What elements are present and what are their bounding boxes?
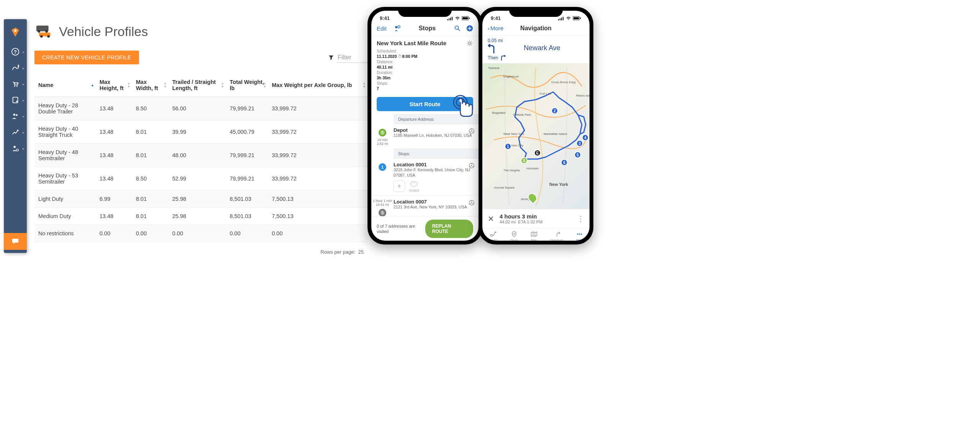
stop-1[interactable]: 1 Location 0001 3215 John F. Kennedy Blv… bbox=[371, 159, 479, 195]
filter-input[interactable] bbox=[337, 53, 368, 63]
screen-title: Navigation bbox=[520, 25, 552, 32]
table-row[interactable]: No restrictions0.000.000.000.000.00 bbox=[34, 225, 368, 242]
svg-point-7 bbox=[13, 114, 16, 116]
replan-route-button[interactable]: REPLAN ROUTE bbox=[425, 220, 473, 238]
svg-point-9 bbox=[13, 146, 16, 148]
col-length[interactable]: Trailed / Straight Length, ft▲▼ bbox=[168, 74, 226, 97]
sidebar-account[interactable] bbox=[4, 140, 27, 156]
svg-point-32 bbox=[456, 98, 464, 106]
table-row[interactable]: Medium Duty13.488.0125.988,501.037,500.1… bbox=[34, 208, 368, 225]
svg-point-37 bbox=[471, 165, 472, 166]
col-height[interactable]: Max Height, ft▲▼ bbox=[96, 74, 132, 97]
svg-point-30 bbox=[469, 42, 470, 44]
svg-rect-19 bbox=[450, 18, 451, 20]
svg-point-6 bbox=[16, 101, 18, 102]
col-name[interactable]: Name▲ bbox=[34, 74, 96, 97]
svg-point-16 bbox=[45, 30, 48, 33]
table-row[interactable]: Heavy Duty - 28 Double Trailer13.488.505… bbox=[34, 97, 368, 120]
svg-rect-45 bbox=[558, 19, 559, 20]
vehicle-icon bbox=[34, 23, 54, 40]
main-content: Vehicle Profiles CREATE NEW VEHICLE PROF… bbox=[34, 23, 368, 255]
stops-section: Stops: bbox=[394, 149, 479, 159]
trip-duration: 4 hours 3 min bbox=[500, 213, 542, 220]
navigation-map[interactable]: Teaneck Englewood Fort Lee Ridgefield Cl… bbox=[482, 63, 590, 209]
filter-icon bbox=[328, 55, 334, 60]
svg-rect-20 bbox=[452, 17, 452, 20]
sidebar: ? bbox=[4, 19, 27, 253]
sidebar-orders[interactable] bbox=[4, 76, 27, 92]
svg-line-28 bbox=[458, 29, 460, 31]
search-icon[interactable] bbox=[454, 25, 461, 32]
svg-rect-23 bbox=[462, 17, 468, 19]
gear-icon[interactable] bbox=[466, 40, 473, 48]
svg-point-27 bbox=[455, 26, 459, 30]
steering-wheel-icon[interactable] bbox=[469, 200, 475, 207]
stop-2[interactable]: 1 hour 1 min 19.81 mi S Location 0007 21… bbox=[371, 195, 479, 216]
sidebar-routes[interactable] bbox=[4, 60, 27, 76]
svg-point-0 bbox=[14, 30, 16, 32]
add-note-button[interactable]: + bbox=[394, 181, 405, 192]
svg-rect-18 bbox=[449, 18, 449, 20]
steering-wheel-icon[interactable] bbox=[469, 128, 475, 135]
svg-rect-52 bbox=[580, 18, 581, 19]
svg-point-3 bbox=[14, 86, 15, 87]
phone-stops: 9:41 Edit Stops New York Last Mile Ro bbox=[368, 7, 482, 244]
svg-point-39 bbox=[471, 202, 472, 203]
filter-box bbox=[328, 53, 368, 63]
create-vehicle-profile-button[interactable]: CREATE NEW VEHICLE PROFILE bbox=[34, 51, 139, 64]
table-row[interactable]: Heavy Duty - 48 Semitrailer13.488.0148.0… bbox=[34, 144, 368, 167]
svg-text:?: ? bbox=[14, 49, 17, 55]
svg-point-53 bbox=[490, 235, 492, 236]
direction-panel: 0.05 mi Newark Ave Then bbox=[482, 36, 590, 63]
svg-point-35 bbox=[410, 182, 417, 187]
sidebar-team[interactable] bbox=[4, 108, 27, 124]
back-button[interactable]: ‹ More bbox=[488, 25, 503, 31]
col-total-weight[interactable]: Total Weight, lb▲▼ bbox=[226, 74, 268, 97]
svg-point-26 bbox=[398, 26, 400, 28]
nav-more[interactable]: More bbox=[576, 231, 583, 241]
bottom-nav: Routes Stops Map Directions More bbox=[482, 228, 590, 241]
svg-point-34 bbox=[471, 130, 472, 131]
table-row[interactable]: Light Duty6.998.0125.988,501.037,500.13 bbox=[34, 190, 368, 208]
svg-point-21 bbox=[457, 19, 458, 20]
stop-depot[interactable]: S 19 min 2.52 mi Depot 1185 Maxwell Ln, … bbox=[371, 124, 479, 149]
wifi-icon bbox=[566, 16, 571, 20]
svg-point-31 bbox=[454, 95, 467, 109]
svg-point-15 bbox=[38, 30, 40, 33]
start-route-button[interactable]: Start Route bbox=[377, 97, 473, 111]
edit-button[interactable]: Edit bbox=[377, 25, 387, 32]
svg-rect-24 bbox=[469, 18, 470, 19]
table-row[interactable]: Heavy Duty - 53 Semitrailer13.488.5052.9… bbox=[34, 167, 368, 190]
sidebar-help[interactable]: ? bbox=[4, 44, 27, 60]
wifi-icon bbox=[455, 16, 460, 20]
table-row[interactable]: Heavy Duty - 40 Straight Truck13.488.013… bbox=[34, 120, 368, 144]
nav-directions[interactable]: Directions bbox=[550, 231, 564, 241]
page-title: Vehicle Profiles bbox=[59, 24, 148, 39]
sidebar-addressbook[interactable] bbox=[4, 92, 27, 108]
svg-point-54 bbox=[495, 231, 496, 233]
nav-routes[interactable]: Routes bbox=[488, 231, 498, 241]
battery-icon bbox=[573, 16, 581, 20]
steering-wheel-icon[interactable] bbox=[469, 162, 475, 170]
address-count: 0 of 7 addresses are visited bbox=[377, 223, 425, 235]
person-pin-icon[interactable] bbox=[394, 25, 400, 32]
battery-icon bbox=[462, 16, 470, 20]
svg-point-10 bbox=[16, 149, 19, 151]
table-footer: Rows per page: 25 bbox=[34, 249, 368, 255]
col-width[interactable]: Max Width, ft▲▼ bbox=[132, 74, 168, 97]
sidebar-analytics[interactable] bbox=[4, 124, 27, 140]
svg-point-13 bbox=[40, 35, 43, 38]
departure-section: Departure Address: bbox=[394, 114, 479, 124]
nav-stops[interactable]: Stops bbox=[510, 231, 518, 241]
add-icon[interactable] bbox=[466, 25, 473, 32]
svg-rect-17 bbox=[447, 19, 448, 20]
signal-icon bbox=[447, 16, 453, 20]
turn-right-icon bbox=[500, 55, 506, 61]
turn-left-icon bbox=[488, 43, 496, 54]
more-button[interactable]: ⋮ bbox=[577, 215, 584, 223]
nav-map[interactable]: Map bbox=[530, 231, 538, 241]
close-button[interactable]: ✕ bbox=[488, 214, 494, 223]
col-axle-weight[interactable]: Max Weight per Axle Group, lb▲▼ bbox=[268, 74, 368, 97]
sidebar-chat[interactable] bbox=[4, 233, 27, 250]
svg-point-56 bbox=[579, 233, 580, 235]
